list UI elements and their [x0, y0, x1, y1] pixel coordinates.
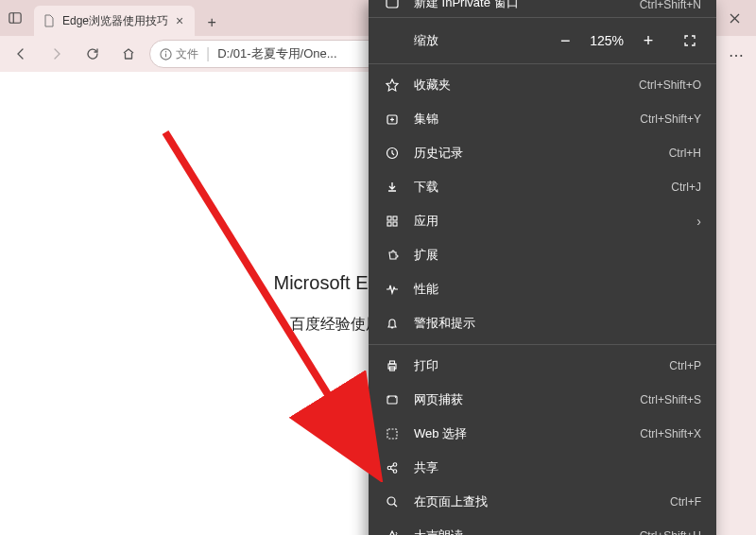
- menu-item-find[interactable]: 在页面上查找 Ctrl+F: [369, 485, 716, 519]
- file-label: 文件: [176, 46, 198, 62]
- tab-active[interactable]: Edge浏览器使用技巧 ×: [34, 6, 195, 36]
- pulse-icon: [384, 281, 401, 298]
- menu-item-readaloud[interactable]: 大声朗读 Ctrl+Shift+U: [369, 519, 716, 535]
- menu-item-new-inprivate[interactable]: 新建 InPrivate 窗口 Ctrl+Shift+N: [369, 0, 716, 13]
- close-window-button[interactable]: [713, 0, 756, 36]
- menu-item-share[interactable]: 共享: [369, 451, 716, 485]
- menu-item-zoom: 缩放 − 125% +: [369, 22, 716, 60]
- menu-item-extensions[interactable]: 扩展: [369, 238, 716, 272]
- menu-item-collections[interactable]: 集锦 Ctrl+Shift+Y: [369, 102, 716, 136]
- svg-line-29: [394, 504, 397, 507]
- svg-rect-9: [387, 0, 398, 8]
- menu-item-favorites[interactable]: 收藏夹 Ctrl+Shift+O: [369, 68, 716, 102]
- menu-item-performance[interactable]: 性能: [369, 272, 716, 306]
- svg-rect-14: [387, 216, 391, 220]
- webselect-icon: [384, 425, 401, 442]
- svg-rect-17: [393, 222, 397, 226]
- menu-item-print[interactable]: 打印 Ctrl+P: [369, 349, 716, 383]
- svg-line-26: [391, 465, 394, 467]
- fullscreen-button[interactable]: [679, 29, 701, 52]
- zoom-in-button[interactable]: +: [637, 29, 660, 52]
- search-icon: [384, 493, 401, 510]
- collections-icon: [384, 111, 401, 128]
- capture-icon: [384, 391, 401, 408]
- tab-title: Edge浏览器使用技巧: [62, 13, 168, 29]
- print-icon: [384, 357, 401, 374]
- right-sidebar: ⋯: [716, 36, 756, 535]
- more-options-button[interactable]: ⋯: [721, 40, 751, 70]
- svg-point-25: [393, 470, 397, 474]
- inprivate-icon: [384, 0, 401, 11]
- download-icon: [384, 179, 401, 196]
- menu-item-downloads[interactable]: 下载 Ctrl+J: [369, 170, 716, 204]
- menu-item-apps[interactable]: 应用 ›: [369, 204, 716, 238]
- zoom-out-button[interactable]: −: [554, 29, 576, 52]
- star-icon: [384, 77, 401, 94]
- share-icon: [384, 459, 401, 476]
- main-menu: 新建 InPrivate 窗口 Ctrl+Shift+N 缩放 − 125% +…: [369, 0, 716, 535]
- document-icon: [43, 14, 57, 27]
- tab-strip: Edge浏览器使用技巧 × +: [34, 0, 225, 36]
- menu-item-webselect[interactable]: Web 选择 Ctrl+Shift+X: [369, 417, 716, 451]
- history-icon: [384, 145, 401, 162]
- refresh-button[interactable]: [77, 39, 108, 69]
- menu-item-history[interactable]: 历史记录 Ctrl+H: [369, 136, 716, 170]
- svg-rect-0: [9, 13, 21, 24]
- svg-rect-19: [390, 361, 395, 364]
- svg-line-27: [391, 469, 394, 471]
- readaloud-icon: [384, 527, 401, 535]
- sidebar-toggle-icon[interactable]: [0, 0, 30, 36]
- svg-rect-16: [387, 222, 391, 226]
- menu-item-capture[interactable]: 网页捕获 Ctrl+Shift+S: [369, 383, 716, 417]
- home-button[interactable]: [113, 39, 144, 69]
- apps-icon: [384, 213, 401, 230]
- svg-point-23: [387, 466, 391, 470]
- svg-rect-22: [387, 429, 397, 439]
- back-button[interactable]: [6, 39, 36, 69]
- menu-item-alerts[interactable]: 警报和提示: [369, 306, 716, 340]
- url-text: D:/01-老夏专用/One...: [217, 45, 336, 62]
- svg-point-8: [165, 50, 166, 51]
- svg-rect-15: [393, 216, 397, 220]
- new-tab-button[interactable]: +: [198, 9, 225, 36]
- info-icon[interactable]: 文件: [160, 46, 198, 62]
- bell-icon: [384, 315, 401, 332]
- svg-point-28: [387, 497, 395, 505]
- forward-button[interactable]: [42, 39, 72, 69]
- tab-close-icon[interactable]: ×: [174, 13, 185, 28]
- svg-point-24: [393, 463, 397, 467]
- extensions-icon: [384, 247, 401, 264]
- zoom-value: 125%: [590, 33, 624, 48]
- chevron-right-icon: ›: [696, 214, 701, 229]
